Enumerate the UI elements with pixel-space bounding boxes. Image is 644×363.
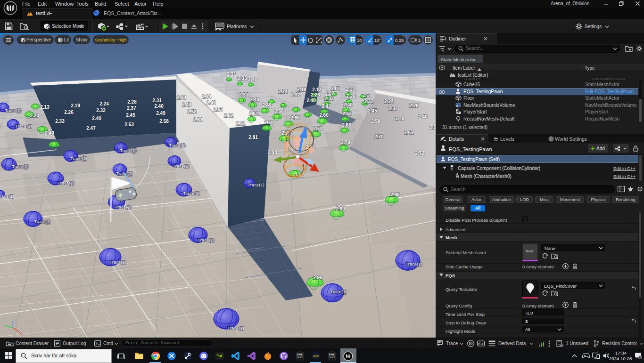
svg-text:2.70: 2.70 [374, 134, 384, 139]
svg-text:Trace(1): Trace(1) [15, 123, 32, 129]
svg-text:Trace(1): Trace(1) [405, 261, 422, 266]
svg-text:2.40: 2.40 [45, 130, 54, 136]
svg-text:2.90: 2.90 [268, 150, 277, 155]
svg-text:2.31: 2.31 [239, 92, 248, 97]
svg-text:2.33: 2.33 [177, 95, 186, 100]
svg-text:Trace(1): Trace(1) [330, 289, 347, 294]
svg-text:GAMES: GAMES [297, 356, 303, 358]
svg-text:2.40: 2.40 [248, 77, 257, 82]
svg-text:2.58: 2.58 [371, 119, 380, 124]
svg-text:2.43: 2.43 [182, 102, 191, 107]
svg-text:2.47: 2.47 [322, 104, 331, 109]
svg-text:2.24: 2.24 [384, 99, 394, 104]
svg-text:2.32: 2.32 [364, 99, 373, 104]
svg-text:2.86: 2.86 [390, 192, 400, 197]
svg-text:2.33: 2.33 [55, 119, 65, 124]
svg-text:2.40: 2.40 [418, 114, 428, 120]
svg-text:Trace(1): Trace(1) [115, 204, 132, 210]
svg-text:2.31: 2.31 [152, 98, 162, 103]
svg-text:Trace(1): Trace(1) [5, 108, 22, 113]
svg-text:2.73: 2.73 [313, 126, 322, 131]
svg-text:2.26: 2.26 [346, 94, 355, 99]
svg-text:2.72: 2.72 [415, 151, 424, 156]
svg-text:2.52: 2.52 [187, 109, 197, 114]
svg-text:2.13: 2.13 [346, 87, 355, 92]
svg-text:Trace(1): Trace(1) [173, 163, 190, 169]
svg-text:2.31: 2.31 [227, 72, 236, 77]
svg-text:2.19: 2.19 [297, 87, 306, 92]
svg-text:2.40: 2.40 [154, 104, 164, 109]
svg-text:2.79: 2.79 [341, 140, 350, 145]
svg-text:2.34: 2.34 [202, 94, 211, 99]
svg-text:2.45: 2.45 [126, 113, 135, 118]
svg-text:2.37: 2.37 [388, 106, 398, 111]
svg-text:2.53: 2.53 [214, 107, 223, 112]
svg-text:2.45: 2.45 [368, 108, 377, 113]
svg-text:2.58: 2.58 [274, 109, 284, 114]
svg-text:2.90: 2.90 [336, 206, 345, 211]
svg-text:Trace(1): Trace(1) [0, 194, 14, 199]
svg-text:2.07: 2.07 [331, 86, 340, 91]
svg-text:2.72: 2.72 [236, 121, 245, 126]
svg-text:2.40: 2.40 [306, 98, 316, 103]
svg-text:2.20: 2.20 [30, 113, 39, 118]
svg-text:2.32: 2.32 [96, 108, 106, 113]
svg-text:Trace(1): Trace(1) [120, 148, 137, 153]
svg-text:Trace(1): Trace(1) [12, 164, 29, 169]
svg-text:2.58: 2.58 [159, 119, 169, 124]
svg-text:2.61: 2.61 [404, 130, 413, 135]
svg-text:2.24: 2.24 [278, 89, 288, 94]
svg-text:Trace(1): Trace(1) [70, 156, 87, 161]
svg-text:2.19: 2.19 [363, 93, 372, 98]
svg-text:2.13: 2.13 [312, 87, 322, 92]
svg-text:2.13: 2.13 [40, 105, 50, 110]
svg-text:2.19: 2.19 [71, 103, 80, 108]
svg-text:2.49: 2.49 [395, 116, 405, 121]
svg-text:Trace(1): Trace(1) [109, 259, 126, 265]
svg-text:Trace(1): Trace(1) [183, 191, 200, 196]
svg-text:2.37: 2.37 [127, 105, 136, 111]
svg-text:2.26: 2.26 [64, 110, 74, 115]
svg-text:2.32: 2.32 [291, 92, 300, 97]
svg-text:2.43: 2.43 [206, 100, 216, 105]
svg-text:Trace(1): Trace(1) [248, 182, 264, 187]
svg-text:2.81: 2.81 [248, 135, 258, 140]
svg-text:2.49: 2.49 [156, 111, 165, 116]
svg-text:2.49: 2.49 [262, 103, 272, 108]
svg-text:2.40: 2.40 [250, 97, 259, 102]
svg-text:Trace(1): Trace(1) [169, 143, 186, 148]
svg-text:2.90: 2.90 [313, 275, 322, 280]
svg-text:EPIC: EPIC [329, 353, 335, 356]
svg-text:2.52: 2.52 [429, 125, 436, 130]
svg-text:Trace(1): Trace(1) [34, 219, 51, 224]
svg-text:2.33: 2.33 [324, 96, 334, 101]
svg-text:2.28: 2.28 [409, 103, 419, 108]
svg-text:2.70: 2.70 [264, 120, 273, 125]
svg-text:2.33: 2.33 [238, 76, 247, 81]
svg-text:Trace(1): Trace(1) [227, 325, 244, 331]
svg-text:2.61: 2.61 [249, 111, 258, 116]
svg-text:2.40: 2.40 [343, 102, 353, 107]
svg-text:2.60: 2.60 [319, 113, 329, 118]
svg-text:X: X [19, 331, 22, 336]
svg-text:Trace(1): Trace(1) [198, 237, 215, 242]
svg-text:Trace(1): Trace(1) [58, 180, 74, 186]
svg-text:2.53: 2.53 [342, 111, 352, 116]
svg-text:2.24: 2.24 [99, 101, 109, 106]
svg-text:2.40: 2.40 [92, 116, 101, 121]
svg-text:2.66: 2.66 [342, 122, 351, 128]
svg-text:GAMES: GAMES [329, 356, 335, 358]
svg-text:EPIC: EPIC [297, 353, 303, 356]
svg-text:2.28: 2.28 [127, 99, 137, 105]
svg-text:2.26: 2.26 [311, 92, 320, 97]
svg-text:Z: Z [15, 318, 17, 322]
svg-text:2.53: 2.53 [124, 122, 134, 127]
svg-text:2.66: 2.66 [290, 115, 300, 121]
svg-text:2.61: 2.61 [193, 117, 203, 122]
svg-text:RSI: RSI [313, 355, 318, 358]
svg-text:2.62: 2.62 [224, 113, 233, 118]
svg-text:2.47: 2.47 [86, 126, 96, 131]
